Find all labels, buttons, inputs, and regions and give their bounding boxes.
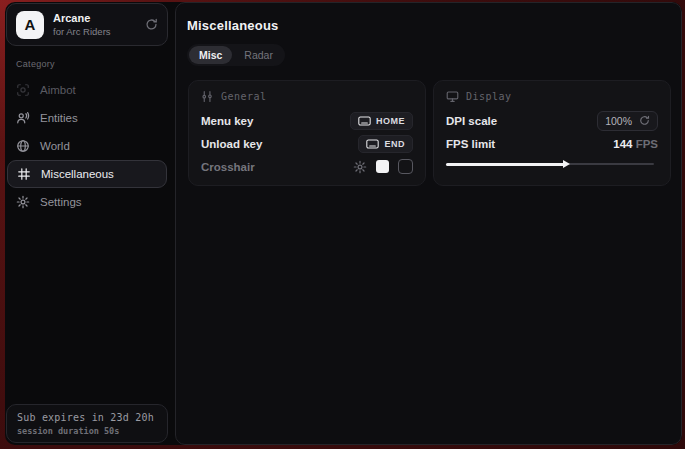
general-card-header: General [201, 90, 413, 103]
tab-bar: Misc Radar [187, 44, 285, 66]
crosshair-label: Crosshair [201, 161, 255, 173]
fps-limit-label: FPS limit [446, 138, 495, 150]
sidebar-item-label: Settings [40, 196, 82, 208]
sidebar-nav: Aimbot Entities World [6, 76, 168, 216]
menu-key-bind-button[interactable]: HOME [350, 112, 413, 130]
session-duration-text: session duration 50s [17, 426, 157, 436]
page-title: Miscellaneous [187, 18, 671, 33]
dpi-scale-control[interactable]: 100% [597, 111, 658, 131]
menu-key-label: Menu key [201, 115, 253, 127]
misc-grid-icon [17, 167, 31, 181]
brand-text: Arcane for Arc Riders [53, 12, 136, 37]
fps-unit: FPS [636, 138, 658, 150]
fps-limit-value: 144 FPS [613, 138, 658, 150]
sliders-icon [201, 90, 214, 103]
sidebar-item-label: World [40, 140, 70, 152]
sidebar-item-entities[interactable]: Entities [6, 104, 168, 132]
entities-person-icon [16, 111, 30, 125]
fps-limit-row: FPS limit 144 FPS [446, 132, 658, 155]
dpi-scale-label: DPI scale [446, 115, 497, 127]
app-window: A Arcane for Arc Riders Category [5, 2, 682, 445]
crosshair-row: Crosshair [201, 155, 413, 178]
dpi-scale-value: 100% [605, 115, 632, 127]
menu-key-row: Menu key HOME [201, 109, 413, 132]
crosshair-controls [353, 159, 413, 174]
sidebar-item-label: Miscellaneous [41, 168, 114, 180]
unload-key-label: Unload key [201, 138, 262, 150]
world-globe-icon [16, 139, 30, 153]
keyboard-icon [358, 116, 371, 126]
display-card-title: Display [466, 91, 512, 102]
category-label: Category [16, 59, 168, 69]
sidebar-item-aimbot[interactable]: Aimbot [6, 76, 168, 104]
dpi-refresh-icon[interactable] [639, 115, 650, 126]
tab-misc[interactable]: Misc [189, 46, 232, 64]
sidebar: A Arcane for Arc Riders Category [5, 2, 170, 445]
crosshair-checkbox[interactable] [398, 159, 413, 174]
fps-slider-thumb[interactable] [563, 160, 570, 168]
unload-key-value: END [384, 139, 405, 149]
fps-limit-slider[interactable] [446, 160, 658, 168]
sidebar-spacer [6, 216, 168, 404]
fps-number: 144 [613, 138, 632, 150]
general-card: General Menu key HOME Unload key [188, 80, 426, 186]
gear-icon [16, 195, 30, 209]
crosshair-settings-gear-icon[interactable] [353, 160, 367, 174]
general-card-title: General [221, 91, 267, 102]
unload-key-bind-button[interactable]: END [358, 135, 413, 153]
main-panel: Miscellaneous Misc Radar General Menu ke… [175, 2, 682, 445]
dpi-scale-row: DPI scale 100% [446, 109, 658, 132]
tab-radar[interactable]: Radar [234, 46, 283, 64]
sidebar-item-label: Aimbot [40, 84, 76, 96]
display-card: Display DPI scale 100% FPS limit [433, 80, 671, 186]
sub-expiry-text: Sub expires in 23d 20h [17, 412, 157, 423]
keyboard-icon [366, 139, 379, 149]
display-card-header: Display [446, 90, 658, 103]
sidebar-item-world[interactable]: World [6, 132, 168, 160]
brand-card: A Arcane for Arc Riders [6, 3, 168, 46]
menu-key-value: HOME [376, 116, 405, 126]
unload-key-row: Unload key END [201, 132, 413, 155]
app-name: Arcane [53, 12, 136, 24]
monitor-icon [446, 90, 459, 103]
app-subtitle: for Arc Riders [53, 26, 136, 37]
fps-slider-fill [446, 163, 565, 166]
sidebar-item-label: Entities [40, 112, 78, 124]
refresh-icon[interactable] [145, 18, 158, 31]
crosshair-color-swatch[interactable] [376, 160, 389, 173]
sidebar-item-miscellaneous[interactable]: Miscellaneous [7, 160, 167, 188]
settings-cards: General Menu key HOME Unload key [188, 80, 671, 186]
app-logo: A [16, 11, 44, 39]
sidebar-item-settings[interactable]: Settings [6, 188, 168, 216]
subscription-card: Sub expires in 23d 20h session duration … [6, 404, 168, 443]
aimbot-scan-icon [16, 83, 30, 97]
